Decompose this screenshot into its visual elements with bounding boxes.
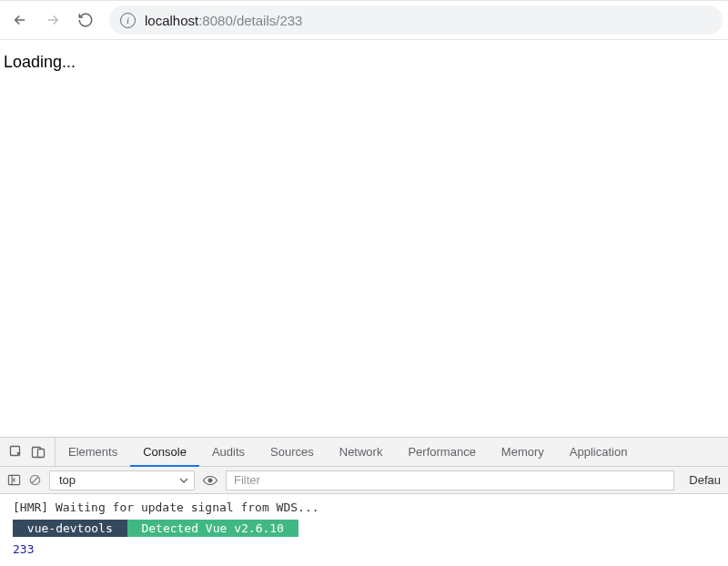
context-selector[interactable]: top (49, 470, 195, 490)
log-text: [HMR] Waiting for update signal from WDS… (13, 500, 319, 514)
svg-point-7 (208, 479, 212, 482)
tab-network[interactable]: Network (327, 438, 396, 466)
console-sidebar-toggle-icon[interactable] (7, 473, 21, 487)
console-filterbar: top Defau (0, 467, 728, 494)
clear-console-icon[interactable] (28, 473, 42, 487)
page-content: Loading... (0, 40, 728, 437)
tab-sources[interactable]: Sources (258, 438, 327, 466)
loading-text: Loading... (4, 53, 76, 71)
tab-application[interactable]: Application (557, 438, 641, 466)
tab-audits[interactable]: Audits (199, 438, 258, 466)
url-host: localhost (145, 13, 198, 28)
console-output: [HMR] Waiting for update signal from WDS… (0, 494, 728, 566)
device-toggle-icon[interactable] (31, 445, 46, 460)
context-label: top (59, 473, 76, 487)
site-info-icon[interactable]: i (120, 13, 136, 28)
devtools-left-icons (0, 438, 56, 466)
tab-elements[interactable]: Elements (56, 438, 130, 466)
inspect-icon[interactable] (9, 445, 24, 460)
live-expression-icon[interactable] (202, 472, 218, 489)
url-text: localhost:8080/details/233 (145, 13, 302, 28)
console-line: vue-devtools Detected Vue v2.6.10 (0, 517, 728, 540)
devtools-panel: Elements Console Audits Sources Network … (0, 437, 728, 566)
address-bar[interactable]: i localhost:8080/details/233 (109, 5, 723, 35)
console-line: [HMR] Waiting for update signal from WDS… (0, 498, 728, 517)
svg-rect-3 (8, 475, 19, 484)
log-number: 233 (13, 542, 34, 556)
tab-performance[interactable]: Performance (395, 438, 488, 466)
console-line: 233 (0, 540, 728, 559)
address-bar-wrap: i localhost:8080/details/233 (109, 5, 723, 35)
log-levels-label[interactable]: Defau (682, 473, 721, 487)
url-path: :8080/details/233 (198, 13, 302, 28)
log-badge-dark: vue-devtools (13, 520, 127, 537)
tab-console[interactable]: Console (130, 439, 199, 467)
tab-memory[interactable]: Memory (489, 438, 557, 466)
devtools-tabbar: Elements Console Audits Sources Network … (0, 438, 728, 467)
log-badge-green: Detected Vue v2.6.10 (127, 520, 298, 537)
browser-toolbar: i localhost:8080/details/233 (0, 0, 728, 40)
svg-rect-2 (38, 449, 45, 457)
forward-button[interactable] (38, 5, 67, 35)
svg-line-6 (32, 477, 38, 483)
chevron-down-icon (179, 476, 188, 485)
reload-button[interactable] (71, 5, 100, 35)
back-button[interactable] (5, 5, 35, 35)
filter-input[interactable] (226, 470, 674, 490)
